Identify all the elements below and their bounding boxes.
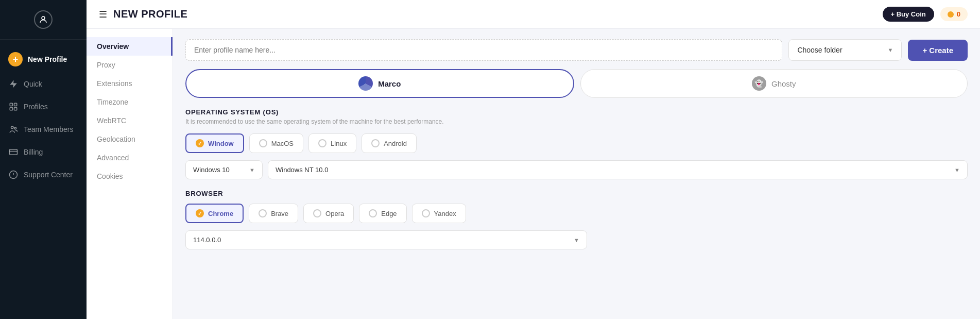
quick-icon (8, 79, 19, 89)
coin-dot-icon (948, 11, 954, 18)
page-title: NEW PROFILE (113, 8, 187, 20)
topbar-right: + Buy Coin 0 (883, 7, 968, 22)
os-version-2-label: Windows NT 10.0 (276, 166, 328, 174)
sidebar-item-billing[interactable]: Billing (0, 141, 87, 163)
browser-option-brave-label: Brave (271, 210, 288, 217)
sidebar-item-team-members-label: Team Members (24, 125, 73, 133)
os-option-android[interactable]: Android (362, 133, 417, 153)
os-option-linux[interactable]: Linux (308, 133, 356, 153)
radio-chrome-selected-icon (196, 209, 204, 217)
sidebar-item-quick[interactable]: Quick (0, 73, 87, 95)
radio-brave-icon (259, 209, 267, 217)
fingerprint-tab-marco-label: Marco (378, 79, 401, 88)
profile-setup-row: Choose folder ▼ + Create (185, 39, 968, 61)
browser-options-row: Chrome Brave Opera Edge Yandex (185, 204, 968, 223)
team-members-icon (8, 124, 19, 135)
os-option-macos[interactable]: MacOS (249, 133, 303, 153)
browser-section-title: BROWSER (185, 190, 968, 197)
radio-linux-icon (318, 139, 326, 147)
folder-chevron-icon: ▼ (887, 47, 893, 53)
os-version-dropdown-1[interactable]: Windows 10 ▼ (185, 160, 263, 179)
menu-hamburger-icon[interactable]: ☰ (99, 9, 107, 20)
os-version-dropdowns: Windows 10 ▼ Windows NT 10.0 ▼ (185, 160, 968, 179)
svg-rect-8 (10, 149, 18, 155)
browser-option-brave[interactable]: Brave (249, 204, 298, 223)
browser-version-chevron-icon: ▼ (574, 237, 579, 243)
sidebar-logo (0, 0, 87, 40)
svg-rect-3 (14, 103, 17, 106)
os-version-1-chevron-icon: ▼ (249, 167, 255, 173)
billing-icon (8, 147, 19, 157)
fingerprint-tab-marco[interactable]: Marco (185, 69, 574, 98)
left-panel: Overview Proxy Extensions Timezone WebRT… (87, 29, 173, 319)
coin-count: 0 (957, 10, 960, 18)
sidebar-item-profiles-label: Profiles (24, 103, 48, 111)
fingerprint-tab-ghosty[interactable]: 👻 Ghosty (580, 69, 968, 98)
sidebar-item-support-center[interactable]: Support Center (0, 163, 87, 186)
sidebar-item-support-center-label: Support Center (24, 171, 73, 179)
browser-option-edge-label: Edge (381, 210, 397, 217)
topbar-left: ☰ NEW PROFILE (99, 8, 187, 20)
left-nav-item-timezone[interactable]: Timezone (87, 93, 173, 111)
browser-version-label: 114.0.0.0 (193, 236, 221, 244)
os-section-title: OPERATING SYSTEM (OS) (185, 108, 968, 116)
create-button-label: + Create (922, 46, 953, 55)
os-version-2-chevron-icon: ▼ (954, 167, 960, 173)
sidebar-item-billing-label: Billing (24, 148, 43, 156)
folder-select-label: Choose folder (797, 46, 842, 54)
support-icon (8, 170, 19, 180)
buy-coin-button[interactable]: + Buy Coin (883, 7, 934, 22)
left-nav-item-cookies[interactable]: Cookies (87, 167, 173, 186)
browser-option-edge[interactable]: Edge (359, 204, 406, 223)
sidebar-nav: + New Profile Quick Profiles Team Member… (0, 40, 87, 319)
radio-opera-icon (313, 209, 321, 217)
os-option-linux-label: Linux (331, 140, 347, 147)
content-area: Overview Proxy Extensions Timezone WebRT… (87, 29, 980, 319)
svg-rect-4 (10, 108, 12, 110)
left-nav-item-extensions[interactable]: Extensions (87, 74, 173, 93)
fingerprint-tabs: Marco 👻 Ghosty (185, 69, 968, 98)
coin-balance: 0 (940, 7, 968, 21)
sidebar-item-new-profile-label: New Profile (28, 55, 67, 63)
new-profile-plus-icon: + (8, 52, 23, 66)
sidebar-item-new-profile[interactable]: + New Profile (0, 46, 87, 73)
os-option-macos-label: MacOS (271, 140, 294, 147)
left-nav-item-advanced[interactable]: Advanced (87, 148, 173, 167)
browser-option-opera-label: Opera (325, 210, 344, 217)
profile-name-input[interactable] (185, 39, 782, 61)
radio-macos-icon (259, 139, 267, 147)
main-area: ☰ NEW PROFILE + Buy Coin 0 Overview Prox… (87, 0, 980, 319)
browser-option-chrome[interactable]: Chrome (185, 204, 244, 223)
browser-option-yandex-label: Yandex (434, 210, 456, 217)
main-content: Choose folder ▼ + Create Marco 👻 Ghosty (173, 29, 980, 319)
left-nav-item-webrtc[interactable]: WebRTC (87, 111, 173, 130)
svg-marker-1 (10, 80, 17, 88)
svg-point-7 (14, 127, 16, 129)
browser-option-opera[interactable]: Opera (303, 204, 354, 223)
browser-option-yandex[interactable]: Yandex (412, 204, 466, 223)
marco-globe-icon (358, 76, 373, 91)
os-section-desc: It is recommended to use the same operat… (185, 118, 968, 125)
sidebar-item-profiles[interactable]: Profiles (0, 95, 87, 118)
left-nav-item-geolocation[interactable]: Geolocation (87, 130, 173, 148)
svg-point-6 (11, 126, 14, 129)
create-button[interactable]: + Create (908, 40, 968, 61)
sidebar-item-team-members[interactable]: Team Members (0, 118, 87, 141)
radio-yandex-icon (422, 209, 430, 217)
topbar: ☰ NEW PROFILE + Buy Coin 0 (87, 0, 980, 29)
buy-coin-label: + Buy Coin (891, 10, 926, 18)
left-nav-item-proxy[interactable]: Proxy (87, 56, 173, 74)
svg-point-0 (42, 16, 45, 20)
browser-version-dropdown[interactable]: 114.0.0.0 ▼ (185, 230, 587, 249)
os-version-dropdown-2[interactable]: Windows NT 10.0 ▼ (268, 160, 968, 179)
os-option-android-label: Android (384, 140, 407, 147)
radio-android-icon (371, 139, 380, 147)
os-option-window[interactable]: Window (185, 133, 244, 153)
left-nav-item-overview[interactable]: Overview (87, 37, 173, 56)
sidebar-item-quick-label: Quick (24, 80, 42, 88)
user-avatar-icon[interactable] (34, 10, 53, 29)
profiles-icon (8, 102, 19, 112)
os-option-window-label: Window (208, 140, 234, 147)
radio-window-selected-icon (196, 139, 204, 147)
folder-select[interactable]: Choose folder ▼ (788, 39, 902, 61)
